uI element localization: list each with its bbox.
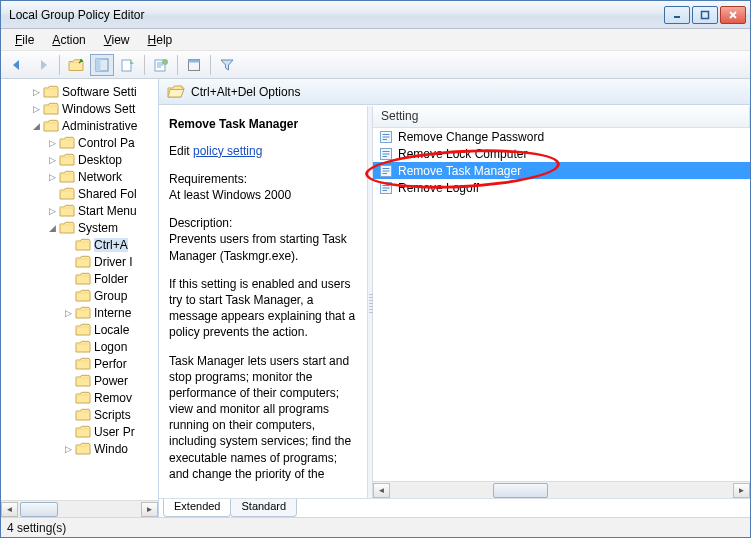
policy-label: Remove Logoff: [398, 181, 479, 195]
tree-label: Locale: [94, 323, 129, 337]
svg-rect-9: [96, 59, 101, 71]
tree-node[interactable]: Folder: [1, 270, 159, 287]
folder-icon: [75, 340, 91, 353]
tree-node[interactable]: ▷Start Menu: [1, 202, 159, 219]
content-header: Ctrl+Alt+Del Options: [159, 79, 750, 105]
tree-label: Network: [78, 170, 122, 184]
folder-icon: [59, 170, 75, 183]
tree-label: Folder: [94, 272, 128, 286]
folder-icon: [43, 119, 59, 132]
tree-twisty[interactable]: ▷: [45, 172, 59, 182]
refresh-button[interactable]: [149, 54, 173, 76]
folder-icon: [59, 136, 75, 149]
tree-label: Software Setti: [62, 85, 137, 99]
tree-node[interactable]: Scripts: [1, 406, 159, 423]
folder-icon: [59, 153, 75, 166]
scroll-right-button[interactable]: ►: [733, 483, 750, 498]
tab-standard[interactable]: Standard: [230, 499, 297, 517]
tree-node[interactable]: ◢System: [1, 219, 159, 236]
tree-twisty[interactable]: ◢: [45, 223, 59, 233]
titlebar[interactable]: Local Group Policy Editor: [1, 1, 750, 29]
tree-node[interactable]: ▷Desktop: [1, 151, 159, 168]
tree-label: User Pr: [94, 425, 135, 439]
folder-icon: [75, 425, 91, 438]
policy-row[interactable]: Remove Change Password: [373, 128, 750, 145]
selected-policy-title: Remove Task Manager: [169, 116, 359, 132]
description-pane: Remove Task Manager Edit policy setting …: [159, 106, 367, 498]
svg-point-12: [162, 59, 168, 65]
scroll-thumb[interactable]: [20, 502, 58, 517]
policy-icon: [379, 130, 393, 144]
scroll-left-button[interactable]: ◄: [373, 483, 390, 498]
tree-node[interactable]: Logon: [1, 338, 159, 355]
policy-icon: [379, 164, 393, 178]
folder-icon: [59, 221, 75, 234]
tree-node[interactable]: Driver I: [1, 253, 159, 270]
policy-icon: [379, 147, 393, 161]
policy-row[interactable]: Remove Lock Computer: [373, 145, 750, 162]
tree-twisty[interactable]: ▷: [29, 87, 43, 97]
close-button[interactable]: [720, 6, 746, 24]
tree-twisty[interactable]: ▷: [45, 138, 59, 148]
minimize-button[interactable]: [664, 6, 690, 24]
tree-twisty[interactable]: ▷: [29, 104, 43, 114]
forward-button[interactable]: [31, 54, 55, 76]
tree-node[interactable]: ▷Control Pa: [1, 134, 159, 151]
tree-node[interactable]: Power: [1, 372, 159, 389]
up-button[interactable]: [64, 54, 88, 76]
tree-node[interactable]: ▷Windo: [1, 440, 159, 457]
tree-node[interactable]: Ctrl+A: [1, 236, 159, 253]
tree-label: Scripts: [94, 408, 131, 422]
column-header-setting[interactable]: Setting: [373, 106, 750, 127]
tree-node[interactable]: ▷Software Setti: [1, 83, 159, 100]
svg-rect-14: [189, 59, 200, 62]
export-list-button[interactable]: [116, 54, 140, 76]
policy-row[interactable]: Remove Task Manager: [373, 162, 750, 179]
tree-label: Remov: [94, 391, 132, 405]
folder-icon: [75, 391, 91, 404]
tree-node[interactable]: Perfor: [1, 355, 159, 372]
scroll-right-button[interactable]: ►: [141, 502, 158, 517]
tree-node[interactable]: Group: [1, 287, 159, 304]
folder-icon: [75, 306, 91, 319]
tree-node[interactable]: Locale: [1, 321, 159, 338]
content-title: Ctrl+Alt+Del Options: [191, 85, 300, 99]
window-title: Local Group Policy Editor: [9, 8, 664, 22]
scroll-left-button[interactable]: ◄: [1, 502, 18, 517]
tree-node[interactable]: Remov: [1, 389, 159, 406]
filter-button[interactable]: [215, 54, 239, 76]
menubar: File Action View Help: [1, 29, 750, 51]
menu-help[interactable]: Help: [140, 31, 181, 49]
menu-view[interactable]: View: [96, 31, 138, 49]
scroll-thumb[interactable]: [493, 483, 548, 498]
properties-button[interactable]: [182, 54, 206, 76]
folder-icon: [75, 323, 91, 336]
tree-node[interactable]: ▷Windows Sett: [1, 100, 159, 117]
tree-twisty[interactable]: ◢: [29, 121, 43, 131]
tree-label: Perfor: [94, 357, 127, 371]
back-button[interactable]: [5, 54, 29, 76]
tree-node[interactable]: ▷Network: [1, 168, 159, 185]
tree-twisty[interactable]: ▷: [45, 155, 59, 165]
edit-policy-link[interactable]: policy setting: [193, 144, 262, 158]
tree-twisty[interactable]: ▷: [45, 206, 59, 216]
policy-row[interactable]: Remove Logoff: [373, 179, 750, 196]
folder-icon: [75, 374, 91, 387]
tree-label: Shared Fol: [78, 187, 137, 201]
tree-node[interactable]: ◢Administrative: [1, 117, 159, 134]
list-h-scrollbar[interactable]: ◄ ►: [373, 481, 750, 498]
tree-h-scrollbar[interactable]: ◄ ►: [1, 500, 158, 517]
maximize-button[interactable]: [692, 6, 718, 24]
menu-file[interactable]: File: [7, 31, 42, 49]
tree-pane[interactable]: ▷Software Setti▷Windows Sett◢Administrat…: [1, 79, 159, 517]
tree-node[interactable]: ▷Interne: [1, 304, 159, 321]
tree-twisty[interactable]: ▷: [61, 444, 75, 454]
tree-twisty[interactable]: ▷: [61, 308, 75, 318]
menu-action[interactable]: Action: [44, 31, 93, 49]
tab-extended[interactable]: Extended: [163, 499, 231, 517]
tree-node[interactable]: User Pr: [1, 423, 159, 440]
show-hide-tree-button[interactable]: [90, 54, 114, 76]
tree-label: Start Menu: [78, 204, 137, 218]
tree-node[interactable]: Shared Fol: [1, 185, 159, 202]
tree-label: Interne: [94, 306, 131, 320]
